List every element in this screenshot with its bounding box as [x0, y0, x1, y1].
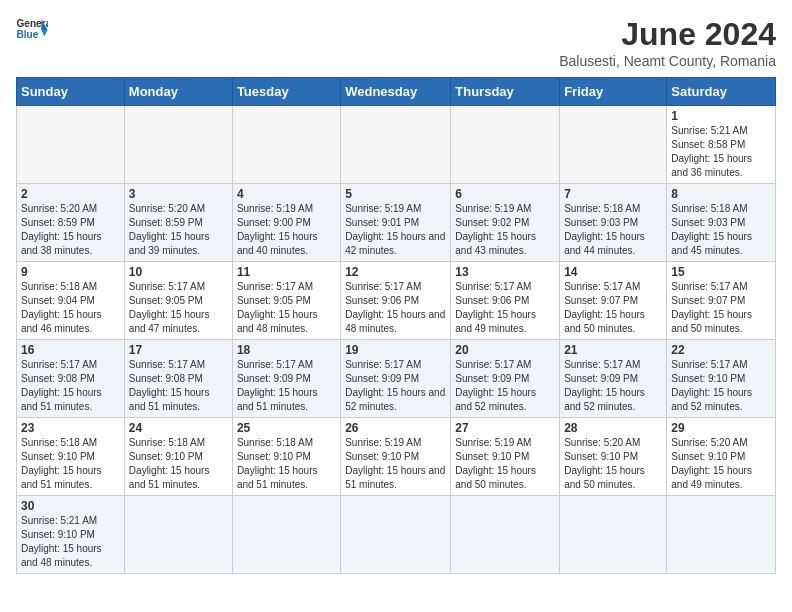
day-info: Sunrise: 5:18 AM Sunset: 9:04 PM Dayligh…	[21, 280, 120, 336]
day-number: 24	[129, 421, 228, 435]
day-number: 23	[21, 421, 120, 435]
day-info: Sunrise: 5:21 AM Sunset: 9:10 PM Dayligh…	[21, 514, 120, 570]
day-info: Sunrise: 5:19 AM Sunset: 9:10 PM Dayligh…	[455, 436, 555, 492]
calendar-day-cell	[667, 496, 776, 574]
day-info: Sunrise: 5:19 AM Sunset: 9:02 PM Dayligh…	[455, 202, 555, 258]
col-saturday: Saturday	[667, 78, 776, 106]
col-thursday: Thursday	[451, 78, 560, 106]
day-info: Sunrise: 5:21 AM Sunset: 8:58 PM Dayligh…	[671, 124, 771, 180]
col-tuesday: Tuesday	[232, 78, 340, 106]
calendar-day-cell: 24Sunrise: 5:18 AM Sunset: 9:10 PM Dayli…	[124, 418, 232, 496]
day-info: Sunrise: 5:18 AM Sunset: 9:10 PM Dayligh…	[21, 436, 120, 492]
calendar-week-row: 30Sunrise: 5:21 AM Sunset: 9:10 PM Dayli…	[17, 496, 776, 574]
day-info: Sunrise: 5:17 AM Sunset: 9:05 PM Dayligh…	[237, 280, 336, 336]
day-number: 9	[21, 265, 120, 279]
calendar-day-cell	[451, 496, 560, 574]
calendar-day-cell: 9Sunrise: 5:18 AM Sunset: 9:04 PM Daylig…	[17, 262, 125, 340]
calendar-day-cell	[341, 106, 451, 184]
title-area: June 2024 Balusesti, Neamt County, Roman…	[559, 16, 776, 69]
calendar-day-cell: 19Sunrise: 5:17 AM Sunset: 9:09 PM Dayli…	[341, 340, 451, 418]
calendar-day-cell: 16Sunrise: 5:17 AM Sunset: 9:08 PM Dayli…	[17, 340, 125, 418]
calendar-day-cell: 2Sunrise: 5:20 AM Sunset: 8:59 PM Daylig…	[17, 184, 125, 262]
location-subtitle: Balusesti, Neamt County, Romania	[559, 53, 776, 69]
calendar-day-cell: 22Sunrise: 5:17 AM Sunset: 9:10 PM Dayli…	[667, 340, 776, 418]
logo-svg: General Blue	[16, 16, 48, 44]
calendar-day-cell: 13Sunrise: 5:17 AM Sunset: 9:06 PM Dayli…	[451, 262, 560, 340]
calendar-day-cell: 12Sunrise: 5:17 AM Sunset: 9:06 PM Dayli…	[341, 262, 451, 340]
calendar-day-cell: 10Sunrise: 5:17 AM Sunset: 9:05 PM Dayli…	[124, 262, 232, 340]
day-info: Sunrise: 5:17 AM Sunset: 9:09 PM Dayligh…	[564, 358, 662, 414]
calendar-week-row: 9Sunrise: 5:18 AM Sunset: 9:04 PM Daylig…	[17, 262, 776, 340]
calendar-day-cell: 6Sunrise: 5:19 AM Sunset: 9:02 PM Daylig…	[451, 184, 560, 262]
day-number: 7	[564, 187, 662, 201]
day-number: 29	[671, 421, 771, 435]
calendar-day-cell	[560, 106, 667, 184]
calendar-day-cell: 4Sunrise: 5:19 AM Sunset: 9:00 PM Daylig…	[232, 184, 340, 262]
day-number: 17	[129, 343, 228, 357]
calendar-week-row: 2Sunrise: 5:20 AM Sunset: 8:59 PM Daylig…	[17, 184, 776, 262]
col-wednesday: Wednesday	[341, 78, 451, 106]
calendar-day-cell	[232, 496, 340, 574]
calendar-day-cell	[232, 106, 340, 184]
day-number: 4	[237, 187, 336, 201]
day-number: 27	[455, 421, 555, 435]
logo: General Blue	[16, 16, 48, 44]
calendar-day-cell: 8Sunrise: 5:18 AM Sunset: 9:03 PM Daylig…	[667, 184, 776, 262]
day-number: 30	[21, 499, 120, 513]
day-number: 19	[345, 343, 446, 357]
col-sunday: Sunday	[17, 78, 125, 106]
calendar-week-row: 16Sunrise: 5:17 AM Sunset: 9:08 PM Dayli…	[17, 340, 776, 418]
calendar-day-cell	[17, 106, 125, 184]
calendar-day-cell	[124, 106, 232, 184]
month-title: June 2024	[559, 16, 776, 53]
day-info: Sunrise: 5:17 AM Sunset: 9:09 PM Dayligh…	[237, 358, 336, 414]
calendar-header-row: Sunday Monday Tuesday Wednesday Thursday…	[17, 78, 776, 106]
calendar-day-cell: 20Sunrise: 5:17 AM Sunset: 9:09 PM Dayli…	[451, 340, 560, 418]
calendar-table: Sunday Monday Tuesday Wednesday Thursday…	[16, 77, 776, 574]
day-number: 18	[237, 343, 336, 357]
calendar-day-cell: 21Sunrise: 5:17 AM Sunset: 9:09 PM Dayli…	[560, 340, 667, 418]
day-info: Sunrise: 5:18 AM Sunset: 9:10 PM Dayligh…	[129, 436, 228, 492]
day-info: Sunrise: 5:20 AM Sunset: 8:59 PM Dayligh…	[21, 202, 120, 258]
calendar-day-cell: 1Sunrise: 5:21 AM Sunset: 8:58 PM Daylig…	[667, 106, 776, 184]
day-number: 14	[564, 265, 662, 279]
day-info: Sunrise: 5:20 AM Sunset: 8:59 PM Dayligh…	[129, 202, 228, 258]
day-info: Sunrise: 5:17 AM Sunset: 9:07 PM Dayligh…	[564, 280, 662, 336]
calendar-day-cell	[341, 496, 451, 574]
day-number: 16	[21, 343, 120, 357]
day-number: 22	[671, 343, 771, 357]
calendar-day-cell	[124, 496, 232, 574]
day-info: Sunrise: 5:17 AM Sunset: 9:10 PM Dayligh…	[671, 358, 771, 414]
calendar-day-cell: 14Sunrise: 5:17 AM Sunset: 9:07 PM Dayli…	[560, 262, 667, 340]
calendar-day-cell: 7Sunrise: 5:18 AM Sunset: 9:03 PM Daylig…	[560, 184, 667, 262]
calendar-day-cell: 27Sunrise: 5:19 AM Sunset: 9:10 PM Dayli…	[451, 418, 560, 496]
day-info: Sunrise: 5:17 AM Sunset: 9:07 PM Dayligh…	[671, 280, 771, 336]
day-number: 26	[345, 421, 446, 435]
day-info: Sunrise: 5:17 AM Sunset: 9:08 PM Dayligh…	[129, 358, 228, 414]
day-number: 25	[237, 421, 336, 435]
day-info: Sunrise: 5:17 AM Sunset: 9:09 PM Dayligh…	[455, 358, 555, 414]
calendar-day-cell: 23Sunrise: 5:18 AM Sunset: 9:10 PM Dayli…	[17, 418, 125, 496]
day-number: 10	[129, 265, 228, 279]
calendar-day-cell: 15Sunrise: 5:17 AM Sunset: 9:07 PM Dayli…	[667, 262, 776, 340]
day-info: Sunrise: 5:18 AM Sunset: 9:10 PM Dayligh…	[237, 436, 336, 492]
calendar-day-cell: 18Sunrise: 5:17 AM Sunset: 9:09 PM Dayli…	[232, 340, 340, 418]
day-info: Sunrise: 5:19 AM Sunset: 9:00 PM Dayligh…	[237, 202, 336, 258]
day-number: 5	[345, 187, 446, 201]
day-info: Sunrise: 5:17 AM Sunset: 9:06 PM Dayligh…	[345, 280, 446, 336]
day-info: Sunrise: 5:18 AM Sunset: 9:03 PM Dayligh…	[671, 202, 771, 258]
day-number: 15	[671, 265, 771, 279]
day-number: 12	[345, 265, 446, 279]
calendar-week-row: 23Sunrise: 5:18 AM Sunset: 9:10 PM Dayli…	[17, 418, 776, 496]
day-number: 13	[455, 265, 555, 279]
calendar-day-cell	[560, 496, 667, 574]
day-number: 20	[455, 343, 555, 357]
day-info: Sunrise: 5:17 AM Sunset: 9:09 PM Dayligh…	[345, 358, 446, 414]
day-number: 1	[671, 109, 771, 123]
day-number: 2	[21, 187, 120, 201]
header-area: General Blue June 2024 Balusesti, Neamt …	[16, 16, 776, 69]
calendar-day-cell: 5Sunrise: 5:19 AM Sunset: 9:01 PM Daylig…	[341, 184, 451, 262]
calendar-day-cell: 3Sunrise: 5:20 AM Sunset: 8:59 PM Daylig…	[124, 184, 232, 262]
col-monday: Monday	[124, 78, 232, 106]
calendar-day-cell: 26Sunrise: 5:19 AM Sunset: 9:10 PM Dayli…	[341, 418, 451, 496]
